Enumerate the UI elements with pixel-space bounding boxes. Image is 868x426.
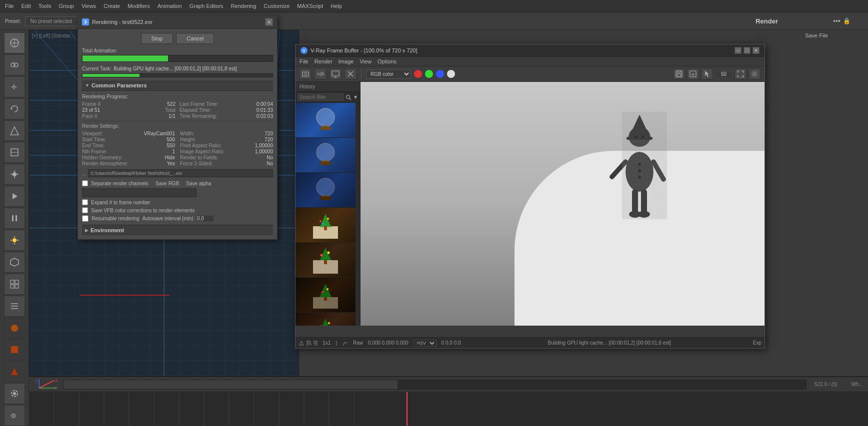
zoom-input[interactable]: 50 <box>715 70 732 78</box>
svg-point-81 <box>316 178 334 196</box>
color-model-select[interactable]: HSV RGB <box>414 340 436 347</box>
render-to-fields-value: No <box>266 155 273 160</box>
image-aspect-value: 1,00000 <box>255 149 273 154</box>
sidebar-btn-settings2[interactable]: ⚙ <box>4 405 25 426</box>
vfb-cursor-tool[interactable] <box>701 68 713 79</box>
menu-edit[interactable]: Edit <box>22 3 31 9</box>
sidebar-btn-list[interactable] <box>4 296 25 317</box>
more-options-icon[interactable]: ••• <box>833 17 840 25</box>
vfb-menu-bar: File Render Image View Options <box>296 57 764 66</box>
sidebar-btn-orange3[interactable] <box>4 361 25 382</box>
svg-rect-24 <box>15 280 18 284</box>
sidebar-btn-play[interactable] <box>4 186 25 207</box>
sidebar-btn-box[interactable] <box>4 252 25 273</box>
vfb-maximize-btn[interactable]: □ <box>744 47 750 54</box>
menu-modifiers[interactable]: Modifiers <box>128 3 150 9</box>
history-item-6[interactable] <box>296 278 356 313</box>
history-item-1[interactable] <box>296 103 356 138</box>
history-item-3[interactable] <box>296 173 356 208</box>
sidebar-btn-link[interactable] <box>4 54 25 75</box>
sidebar-btn-pause[interactable] <box>4 208 25 229</box>
red-channel-dot[interactable] <box>414 70 422 78</box>
cancel-button[interactable]: Cancel <box>176 33 214 44</box>
vfb-load-btn[interactable] <box>687 68 699 79</box>
menu-views[interactable]: Views <box>82 3 96 9</box>
menu-tools[interactable]: Tools <box>38 3 52 9</box>
search-icon <box>346 94 352 100</box>
stop-button[interactable]: Stop <box>141 33 174 44</box>
height-row: Height: 720 <box>180 137 273 142</box>
history-item-2[interactable] <box>296 138 356 173</box>
menu-customize[interactable]: Customize <box>264 3 290 9</box>
vfb-menu-options[interactable]: Options <box>378 58 396 64</box>
christmas-scene-icon-2 <box>310 246 340 274</box>
hidden-geom-value: Hide <box>164 155 175 160</box>
vfb-close-btn[interactable]: ✕ <box>752 47 760 54</box>
vfb-close-channels-tool[interactable] <box>344 68 356 79</box>
menu-file[interactable]: File <box>5 3 14 9</box>
vfb-menu-render[interactable]: Render <box>314 58 332 64</box>
preset-select[interactable]: No preset selected <box>25 16 85 26</box>
svg-point-99 <box>322 291 324 293</box>
sidebar-btn-move[interactable]: ✛ <box>4 76 25 97</box>
dialog-close-button[interactable]: ✕ <box>265 18 273 26</box>
vfb-save-btn[interactable] <box>673 68 685 79</box>
vfb-menu-image[interactable]: Image <box>338 58 354 64</box>
svg-point-18 <box>12 238 16 242</box>
history-item-5[interactable] <box>296 243 356 278</box>
lock-icon: 🔒 <box>843 17 850 24</box>
blue-channel-dot[interactable] <box>436 70 444 78</box>
sidebar-btn-orange2[interactable] <box>4 339 25 360</box>
vfb-camera-tool[interactable] <box>300 68 312 79</box>
pass-row: Pass # 1/1 <box>82 113 176 119</box>
render-settings-title: Render Settings: <box>82 121 273 129</box>
menu-maxscript[interactable]: MAXScript <box>297 3 323 9</box>
menu-group[interactable]: Group <box>58 3 74 9</box>
timeline-scrubber[interactable] <box>63 380 806 390</box>
env-collapse-arrow: ▶ <box>85 228 88 233</box>
sidebar-btn-orange1[interactable] <box>4 318 25 339</box>
dialog-icon: 3 <box>82 18 89 25</box>
sidebar-btn-rotate[interactable] <box>4 98 25 119</box>
history-item-7[interactable] <box>296 313 356 326</box>
vfb-minimize-btn[interactable]: ─ <box>734 47 742 54</box>
input-field-1[interactable] <box>82 188 196 197</box>
history-search-input[interactable] <box>298 93 344 101</box>
sidebar-btn-select[interactable] <box>4 32 25 53</box>
sidebar-btn-grid[interactable] <box>4 274 25 295</box>
total-animation-section: Total Animation: <box>82 48 273 62</box>
resumable-checkbox[interactable] <box>82 215 88 222</box>
save-vfb-checkbox[interactable] <box>82 207 88 213</box>
svg-marker-97 <box>320 284 332 297</box>
save-file-button[interactable]: Save File <box>805 32 828 38</box>
menu-help[interactable]: Help <box>330 3 342 9</box>
vfb-settings-btn[interactable] <box>748 68 760 79</box>
green-channel-dot[interactable] <box>425 70 433 78</box>
history-filter-icon[interactable]: ▼ <box>353 94 358 100</box>
vfb-menu-file[interactable]: File <box>300 58 308 64</box>
expand-frame-checkbox[interactable] <box>82 199 88 205</box>
sidebar-btn-gear[interactable] <box>4 383 25 404</box>
menu-graph-editors[interactable]: Graph Editors <box>190 3 224 9</box>
autosave-input[interactable] <box>196 215 214 222</box>
environment-section-header[interactable]: ▶ Environment <box>82 225 273 235</box>
menu-rendering[interactable]: Rendering <box>231 3 256 9</box>
sep-render-channels-checkbox[interactable] <box>82 180 88 186</box>
white-channel-dot[interactable] <box>447 70 455 78</box>
vfb-monitor-tool[interactable] <box>330 68 342 79</box>
color-mode-select[interactable]: RGB color Alpha Luminance <box>366 69 411 79</box>
width-value: 720 <box>264 131 273 136</box>
sidebar-btn-2[interactable] <box>4 142 25 163</box>
vfb-menu-view[interactable]: View <box>360 58 372 64</box>
sidebar-btn-scale[interactable] <box>4 120 25 141</box>
sidebar-btn-snap[interactable] <box>4 164 25 185</box>
render-canvas[interactable] <box>360 82 764 326</box>
common-params-section-header[interactable]: ▼ Common Parameters <box>82 80 273 91</box>
vfb-fullscreen-btn[interactable] <box>734 68 746 79</box>
vfb-ab-compare-tool[interactable]: A|B <box>314 68 326 79</box>
ab-icon-text: A|B <box>317 71 324 76</box>
menu-animation[interactable]: Animation <box>158 3 182 9</box>
sidebar-btn-sun[interactable] <box>4 230 25 251</box>
history-item-4[interactable] <box>296 208 356 243</box>
menu-create[interactable]: Create <box>104 3 120 9</box>
